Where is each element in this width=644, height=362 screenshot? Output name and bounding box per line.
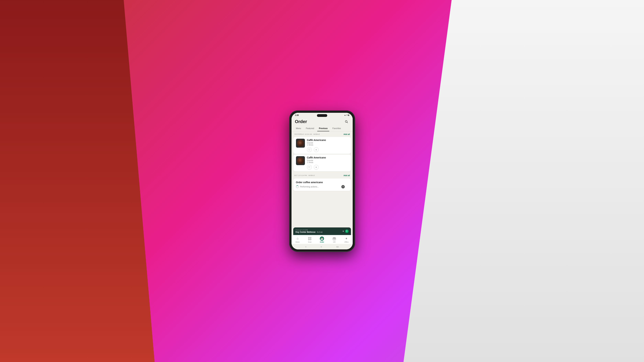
coffee-image-1: [297, 140, 304, 147]
add-all-button-2[interactable]: Add all: [344, 174, 350, 176]
section-header-2: OCT 13 5:14 PM · MOBILE Add all: [292, 172, 353, 177]
svg-rect-4: [308, 239, 309, 240]
order-item-2: Caffè Americano Grande 1 Shots ♡ +: [293, 154, 351, 171]
bottom-nav: ⌂ Home Scan: [292, 235, 353, 244]
pickup-label: Pickup store: [296, 229, 322, 231]
phone-screen: 1:28 ▲ ▾ ▮ Order: [292, 113, 353, 249]
loading-spinner: [296, 185, 299, 188]
phone-frame: 1:28 ▲ ▾ ▮ Order: [290, 111, 355, 252]
battery-icon: ▮: [348, 114, 349, 116]
action-title: Order coffee americano: [296, 181, 348, 184]
item-image-2: [296, 156, 305, 165]
pickup-store-bar[interactable]: Pickup store Key Center Bellevue · 0.2 m…: [293, 227, 351, 235]
nav-item-order[interactable]: ☕ Order: [318, 237, 326, 243]
tab-favorites[interactable]: Favorites: [331, 126, 342, 131]
scan-icon: [308, 237, 312, 241]
app-content: Order Menu Featured Previous Favorites: [292, 117, 353, 249]
status-icons: ▲ ▾ ▮: [344, 114, 349, 116]
chevron-down-icon: ▾: [343, 230, 344, 232]
item-image-1: [296, 139, 305, 148]
section-date-2: OCT 13 5:14 PM · MOBILE: [294, 175, 315, 176]
item-actions-1: ♡ +: [307, 147, 348, 152]
item-size-2: Grande: [307, 159, 348, 161]
back-button[interactable]: ‹: [306, 245, 306, 248]
section-date-1: YESTERDAY 10:24 AM · MOBILE: [294, 133, 320, 135]
svg-rect-3: [310, 237, 311, 238]
tab-bar: Menu Featured Previous Favorites: [292, 126, 353, 131]
nav-item-home[interactable]: ⌂ Home: [293, 237, 302, 243]
item-name-2: Caffè Americano: [307, 156, 348, 159]
cart-badge[interactable]: 1: [345, 230, 348, 233]
android-nav-bar: ‹ ○ ▭: [292, 244, 353, 249]
action-status: Performing actions...: [296, 185, 319, 188]
recents-button[interactable]: ▭: [336, 245, 338, 248]
nav-label-gift: Gift: [333, 241, 336, 243]
home-icon: ⌂: [296, 237, 300, 241]
item-shots-2: 1 Shots: [307, 161, 348, 163]
favorite-button-1[interactable]: ♡: [307, 147, 312, 152]
signal-icon: ▲: [344, 114, 346, 116]
svg-rect-2: [308, 237, 309, 238]
order-icon: ☕: [320, 237, 324, 241]
nav-item-scan[interactable]: Scan: [306, 237, 314, 243]
svg-line-1: [347, 122, 348, 123]
nav-label-offers: Offers: [344, 241, 348, 243]
item-details-2: Caffè Americano Grande 1 Shots ♡ +: [307, 156, 348, 170]
svg-rect-5: [310, 239, 311, 240]
action-prompt: Order coffee americano Performing action…: [293, 179, 351, 191]
phone-device: 1:28 ▲ ▾ ▮ Order: [290, 111, 355, 252]
item-shots-1: 1 Shots: [307, 144, 348, 146]
action-status-text: Performing actions...: [300, 186, 319, 188]
nav-label-home: Home: [296, 241, 300, 243]
gift-icon: [332, 237, 336, 241]
add-button-2[interactable]: +: [314, 165, 319, 170]
close-action-button[interactable]: ✕: [341, 185, 345, 188]
app-header: Order: [292, 117, 353, 126]
nav-item-gift[interactable]: Gift: [330, 237, 338, 243]
action-row: Performing actions... ✕: [296, 185, 348, 188]
coffee-image-2: [297, 157, 304, 164]
home-button[interactable]: ○: [320, 245, 322, 248]
add-all-button-1[interactable]: Add all: [344, 133, 350, 135]
nav-label-scan: Scan: [308, 241, 312, 243]
favorite-button-2[interactable]: ♡: [307, 165, 312, 170]
nav-item-offers[interactable]: ✦ Offers: [342, 237, 351, 243]
page-title: Order: [295, 119, 307, 124]
scroll-content[interactable]: YESTERDAY 10:24 AM · MOBILE Add all Caff…: [292, 131, 353, 226]
item-details-1: Caffè Americano Grande 1 Shots ♡ +: [307, 139, 348, 152]
pickup-store-info: Pickup store Key Center Bellevue · 0.2 m…: [296, 229, 322, 233]
tab-featured[interactable]: Featured: [304, 126, 316, 131]
wifi-icon: ▾: [347, 114, 348, 116]
tab-menu[interactable]: Menu: [294, 126, 303, 131]
nav-label-order: Order: [320, 241, 324, 243]
offers-icon: ✦: [344, 237, 348, 241]
item-name-1: Caffè Americano: [307, 139, 348, 141]
item-actions-2: ♡ +: [307, 165, 348, 170]
tab-previous[interactable]: Previous: [317, 126, 330, 131]
section-header-1: YESTERDAY 10:24 AM · MOBILE Add all: [292, 131, 353, 136]
order-item-1: Caffè Americano Grande 1 Shots ♡ +: [293, 137, 351, 154]
search-button[interactable]: [344, 119, 349, 124]
add-button-1[interactable]: +: [314, 147, 319, 152]
pickup-store-name: Key Center Bellevue · 0.2 mi: [296, 231, 322, 233]
item-size-1: Grande: [307, 142, 348, 144]
camera-notch: [317, 114, 327, 117]
status-time: 1:28: [295, 114, 299, 116]
